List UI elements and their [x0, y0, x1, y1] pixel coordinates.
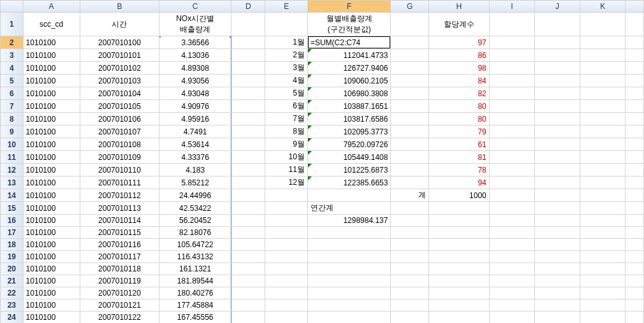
cell-J11[interactable] [534, 151, 580, 164]
cell-I8[interactable] [489, 113, 534, 126]
cell-H6[interactable]: 82 [428, 87, 489, 100]
cell-E12[interactable]: 11월 [265, 164, 307, 176]
cell-C15[interactable]: 42.53422 [159, 202, 231, 215]
cell-edge2[interactable] [626, 36, 644, 49]
cell-G2[interactable] [391, 36, 428, 49]
row-header-8[interactable]: 8 [1, 113, 24, 126]
row-header-11[interactable]: 11 [1, 151, 24, 164]
cell-E15[interactable] [265, 202, 307, 215]
table-row[interactable]: 9101010020070101074.74918월102095.377379 [1, 126, 644, 138]
cell-A7[interactable]: 1010100 [23, 100, 80, 113]
table-row[interactable]: 11101010020070101094.3337610월105449.1408… [1, 151, 644, 164]
cell-G6[interactable] [391, 87, 428, 100]
cell-G4[interactable] [391, 62, 428, 75]
cell-K6[interactable] [580, 87, 626, 100]
cell-F1[interactable]: 월별배출량계 (구간적분값) [307, 13, 391, 36]
cell-E16[interactable] [265, 215, 307, 227]
cell-D2[interactable] [231, 36, 265, 49]
cell-G5[interactable] [391, 75, 428, 87]
cell-I6[interactable] [489, 87, 534, 100]
cell-E23[interactable] [265, 299, 307, 312]
cell-B24[interactable]: 2007010122 [80, 312, 159, 324]
cell-F3[interactable]: 112041.4733 [307, 49, 391, 62]
cell-I12[interactable] [489, 164, 534, 176]
cell-E20[interactable] [265, 263, 307, 275]
cell-K11[interactable] [580, 151, 626, 164]
cell-C14[interactable]: 24.44996 [159, 189, 231, 202]
cell-G3[interactable] [391, 49, 428, 62]
cell-H12[interactable]: 78 [428, 164, 489, 176]
cell-E9[interactable]: 8월 [265, 126, 307, 138]
cell-E19[interactable] [265, 251, 307, 263]
cell-H18[interactable] [428, 239, 489, 251]
cell-E17[interactable] [265, 227, 307, 239]
cell-H22[interactable] [428, 287, 489, 299]
cell-B5[interactable]: 2007010103 [80, 75, 159, 87]
cell-K3[interactable] [580, 49, 626, 62]
cell-C6[interactable]: 4.93048 [159, 87, 231, 100]
cell-J16[interactable] [534, 215, 580, 227]
cell-G20[interactable] [391, 263, 428, 275]
col-header-I[interactable]: I [489, 1, 534, 13]
cell-G19[interactable] [391, 251, 428, 263]
cell-K2[interactable] [580, 36, 626, 49]
cell-H3[interactable]: 86 [428, 49, 489, 62]
cell-H20[interactable] [428, 263, 489, 275]
cell-edge16[interactable] [626, 215, 644, 227]
row-header-23[interactable]: 23 [1, 299, 24, 312]
cell-edge21[interactable] [626, 275, 644, 287]
table-row[interactable]: 2010101002007010118161.1321 [1, 263, 644, 275]
cell-I10[interactable] [489, 138, 534, 151]
cell-C23[interactable]: 177.45884 [159, 299, 231, 312]
cell-D7[interactable] [231, 100, 265, 113]
cell-edge5[interactable] [626, 75, 644, 87]
cell-B3[interactable]: 2007010101 [80, 49, 159, 62]
cell-H17[interactable] [428, 227, 489, 239]
cell-F11[interactable]: 105449.1408 [307, 151, 391, 164]
cell-B4[interactable]: 2007010102 [80, 62, 159, 75]
cell-A13[interactable]: 1010100 [23, 176, 80, 189]
cell-edge14[interactable] [626, 189, 644, 202]
cell-B20[interactable]: 2007010118 [80, 263, 159, 275]
cell-E6[interactable]: 5월 [265, 87, 307, 100]
cell-F14[interactable] [307, 189, 391, 202]
table-row[interactable]: 171010100200701011582.18076 [1, 227, 644, 239]
cell-E3[interactable]: 2월 [265, 49, 307, 62]
cell-I24[interactable] [489, 312, 534, 324]
cell-G11[interactable] [391, 151, 428, 164]
row-header-21[interactable]: 21 [1, 275, 24, 287]
cell-B1[interactable]: 시간 [80, 13, 159, 36]
cell-E5[interactable]: 4월 [265, 75, 307, 87]
cell-C4[interactable]: 4.89308 [159, 62, 231, 75]
formula-bar-input[interactable]: =SUM(C2:C74 [311, 38, 360, 47]
row-header-17[interactable]: 17 [1, 227, 24, 239]
cell-D13[interactable] [231, 176, 265, 189]
col-header-F[interactable]: F [307, 1, 391, 13]
cell-C24[interactable]: 167.45556 [159, 312, 231, 324]
cell-H14[interactable]: 1000 [428, 189, 489, 202]
table-row[interactable]: 2310101002007010121177.45884 [1, 299, 644, 312]
cell-C12[interactable]: 4.183 [159, 164, 231, 176]
cell-edge12[interactable] [626, 164, 644, 176]
cell-C11[interactable]: 4.33376 [159, 151, 231, 164]
row-header-3[interactable]: 3 [1, 49, 24, 62]
cell-C19[interactable]: 116.43132 [159, 251, 231, 263]
cell-H4[interactable]: 98 [428, 62, 489, 75]
cell-D16[interactable] [231, 215, 265, 227]
cell-G23[interactable] [391, 299, 428, 312]
cell-A9[interactable]: 1010100 [23, 126, 80, 138]
table-row[interactable]: 151010100200701011342.53422연간계 [1, 202, 644, 215]
col-header-K[interactable]: K [580, 1, 626, 13]
table-row[interactable]: 7101010020070101054.909766월103887.165180 [1, 100, 644, 113]
row-header-7[interactable]: 7 [1, 100, 24, 113]
cell-H13[interactable]: 94 [428, 176, 489, 189]
cell-K19[interactable] [580, 251, 626, 263]
cell-E14[interactable] [265, 189, 307, 202]
cell-H10[interactable]: 61 [428, 138, 489, 151]
cell-A18[interactable]: 1010100 [23, 239, 80, 251]
row-header-6[interactable]: 6 [1, 87, 24, 100]
cell-J4[interactable] [534, 62, 580, 75]
cell-K9[interactable] [580, 126, 626, 138]
cell-A15[interactable]: 1010100 [23, 202, 80, 215]
cell-F10[interactable]: 79520.09726 [307, 138, 391, 151]
